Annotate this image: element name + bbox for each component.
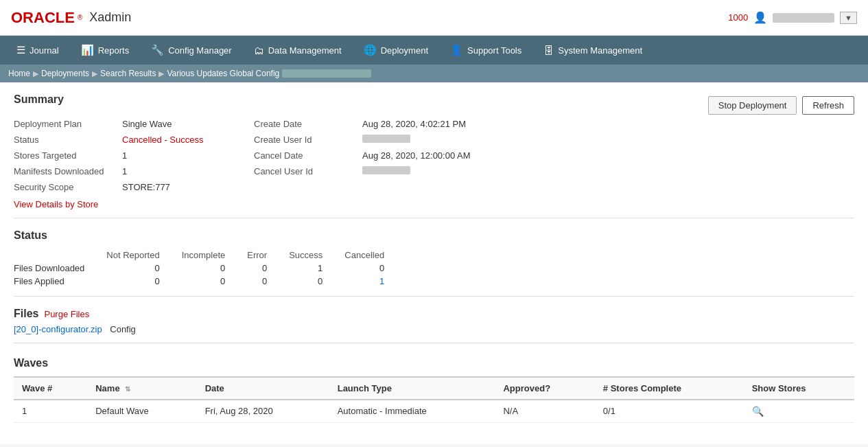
nav-item-reports[interactable]: 📊 Reports xyxy=(70,36,141,65)
app-name: Xadmin xyxy=(89,10,131,25)
main-content: Summary Stop Deployment Refresh Deployme… xyxy=(0,82,868,444)
manifests-downloaded-label: Manifests Downloaded xyxy=(14,165,117,178)
col-name[interactable]: Name ⇅ xyxy=(87,377,196,400)
summary-title: Summary xyxy=(14,93,64,106)
col-wave-num: Wave # xyxy=(14,377,87,400)
create-user-id-label: Create User Id xyxy=(254,133,357,146)
files-downloaded-success: 1 xyxy=(283,262,339,275)
waves-table: Wave # Name ⇅ Date Launch Type Approved?… xyxy=(14,376,854,423)
nav-label-journal: Journal xyxy=(30,45,59,56)
files-downloaded-incomplete: 0 xyxy=(176,262,242,275)
create-user-id-value xyxy=(357,133,854,146)
files-applied-cancelled: 1 xyxy=(339,275,401,288)
breadcrumb-home[interactable]: Home xyxy=(8,69,30,78)
nav-label-data-management: Data Management xyxy=(268,45,342,56)
cancel-user-id-value xyxy=(357,165,854,178)
file-type: Config xyxy=(110,324,136,334)
breadcrumb-search-results[interactable]: Search Results xyxy=(100,69,156,78)
config-manager-icon: 🔧 xyxy=(151,44,164,56)
summary-divider xyxy=(14,218,854,218)
view-details-link[interactable]: View Details by Store xyxy=(14,199,98,209)
user-id: 1000 xyxy=(728,12,748,23)
col-header-not-reported: Not Reported xyxy=(101,249,176,262)
security-scope-value: STORE:777 xyxy=(117,181,254,194)
files-heading: Files xyxy=(14,308,38,320)
refresh-button[interactable]: Refresh xyxy=(802,96,854,115)
files-applied-incomplete: 0 xyxy=(176,275,242,288)
stores-targeted-label: Stores Targeted xyxy=(14,149,117,162)
create-date-value: Aug 28, 2020, 4:02:21 PM xyxy=(357,117,854,130)
header-dropdown-button[interactable]: ▼ xyxy=(840,12,857,24)
summary-header: Summary Stop Deployment Refresh xyxy=(14,93,854,115)
summary-actions: Stop Deployment Refresh xyxy=(708,96,854,115)
nav-item-support-tools[interactable]: 👤 Support Tools xyxy=(439,36,532,65)
wave-launch-type-cell: Automatic - Immediate xyxy=(329,400,495,423)
status-table: Not Reported Incomplete Error Success Ca… xyxy=(14,249,401,288)
col-header-row-label xyxy=(14,249,101,262)
top-header: ORACLE ® Xadmin 1000 👤 ▼ xyxy=(0,0,868,36)
nav-label-deployment: Deployment xyxy=(381,45,428,56)
manifests-downloaded-value: 1 xyxy=(117,165,254,178)
files-applied-success: 0 xyxy=(283,275,339,288)
status-title: Status xyxy=(14,229,854,242)
reports-icon: 📊 xyxy=(81,44,94,56)
nav-item-config-manager[interactable]: 🔧 Config Manager xyxy=(140,36,243,65)
breadcrumb-sep-1: ▶ xyxy=(33,69,38,78)
waves-section: Waves Wave # Name ⇅ Date Launch Type App… xyxy=(14,357,854,423)
col-header-error: Error xyxy=(242,249,283,262)
purge-files-link[interactable]: Purge Files xyxy=(44,309,89,319)
user-name-blurred xyxy=(773,13,834,23)
system-management-icon: 🗄 xyxy=(543,45,554,56)
show-stores-search-icon[interactable]: 🔍 xyxy=(752,406,764,417)
nav-item-deployment[interactable]: 🌐 Deployment xyxy=(353,36,439,65)
nav-label-config-manager: Config Manager xyxy=(168,45,232,56)
stop-deployment-button[interactable]: Stop Deployment xyxy=(708,96,797,115)
col-header-success: Success xyxy=(283,249,339,262)
cancel-date-label: Cancel Date xyxy=(254,149,357,162)
waves-header-row: Wave # Name ⇅ Date Launch Type Approved?… xyxy=(14,377,854,400)
files-applied-error: 0 xyxy=(242,275,283,288)
file-item: [20_0]-configurator.zip Config xyxy=(14,324,854,334)
col-launch-type: Launch Type xyxy=(329,377,495,400)
breadcrumb-current-page: Various Updates Global Config xyxy=(167,69,279,78)
breadcrumb-blurred xyxy=(282,69,371,78)
files-downloaded-error: 0 xyxy=(242,262,283,275)
col-header-cancelled: Cancelled xyxy=(339,249,401,262)
create-date-label: Create Date xyxy=(254,117,357,130)
stores-targeted-value: 1 xyxy=(117,149,254,162)
oracle-logo: ORACLE ® Xadmin xyxy=(11,9,131,27)
main-nav: ☰ Journal 📊 Reports 🔧 Config Manager 🗂 D… xyxy=(0,36,868,65)
wave-num-cell: 1 xyxy=(14,400,87,423)
files-downloaded-label: Files Downloaded xyxy=(14,262,101,275)
nav-label-reports: Reports xyxy=(98,45,130,56)
nav-item-data-management[interactable]: 🗂 Data Management xyxy=(243,36,353,65)
file-name-link[interactable]: [20_0]-configurator.zip xyxy=(14,324,102,334)
status-value: Cancelled - Success xyxy=(117,133,254,146)
nav-label-support-tools: Support Tools xyxy=(467,45,521,56)
breadcrumb-deployments[interactable]: Deployments xyxy=(41,69,89,78)
status-section: Status Not Reported Incomplete Error Suc… xyxy=(14,229,854,288)
cancel-user-id-label: Cancel User Id xyxy=(254,165,357,178)
sort-icon-name: ⇅ xyxy=(125,385,130,393)
files-downloaded-not-reported: 0 xyxy=(101,262,176,275)
files-applied-cancelled-link[interactable]: 1 xyxy=(379,276,384,286)
wave-show-stores-cell[interactable]: 🔍 xyxy=(744,400,854,423)
deployment-plan-label: Deployment Plan xyxy=(14,117,117,130)
col-date: Date xyxy=(197,377,329,400)
nav-item-system-management[interactable]: 🗄 System Management xyxy=(532,36,653,65)
status-label: Status xyxy=(14,133,117,146)
wave-date-cell: Fri, Aug 28, 2020 xyxy=(197,400,329,423)
wave-stores-complete-cell: 0/1 xyxy=(595,400,744,423)
deployment-icon: 🌐 xyxy=(364,44,377,56)
user-icon: 👤 xyxy=(753,11,767,24)
oracle-wordmark: ORACLE xyxy=(11,9,75,27)
wave-approved-cell: N/A xyxy=(495,400,594,423)
status-row-files-applied: Files Applied 0 0 0 0 1 xyxy=(14,275,401,288)
files-divider xyxy=(14,296,854,297)
nav-label-system-management: System Management xyxy=(558,45,642,56)
files-applied-not-reported: 0 xyxy=(101,275,176,288)
breadcrumb-sep-2: ▶ xyxy=(92,69,97,78)
header-right: 1000 👤 ▼ xyxy=(728,11,857,24)
summary-grid: Deployment Plan Single Wave Create Date … xyxy=(14,117,854,194)
nav-item-journal[interactable]: ☰ Journal xyxy=(5,36,70,65)
